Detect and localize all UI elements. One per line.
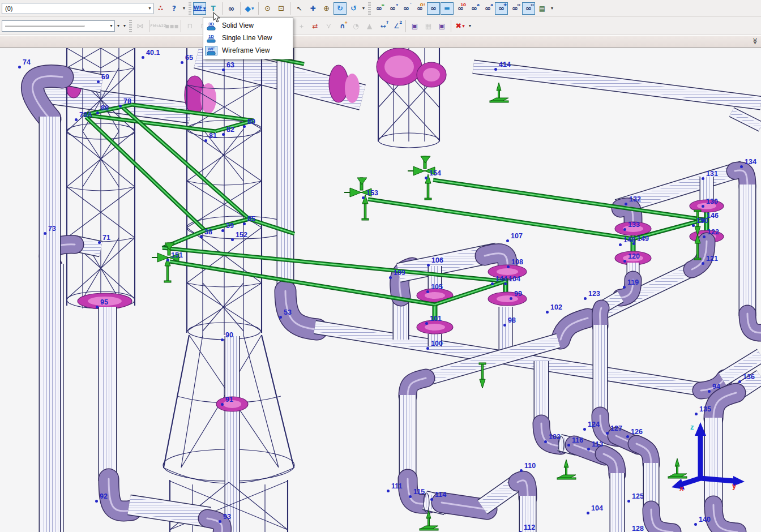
node-point[interactable] <box>503 324 506 327</box>
node-point[interactable] <box>119 105 122 108</box>
node-point[interactable] <box>427 264 430 267</box>
node-point[interactable] <box>625 203 627 205</box>
node-point[interactable] <box>623 260 626 263</box>
match-lines-tool[interactable]: ▪▪▪ <box>165 20 178 32</box>
menu-item-wireframe-view[interactable]: WFWireframe View <box>203 44 293 57</box>
view-single-line-toggle[interactable]: ▬ <box>441 2 454 15</box>
toolbar-dropdown-caret[interactable]: ▼ <box>122 20 127 32</box>
zoom-window-tool[interactable]: ⊙ <box>261 2 274 15</box>
solid-model-tool[interactable]: ◆▼ <box>243 2 256 15</box>
node-point[interactable] <box>491 282 494 285</box>
node-point[interactable] <box>279 316 282 319</box>
button-caret-icon[interactable]: ▼ <box>203 7 206 10</box>
menu-item-single-line-view[interactable]: 1DSingle Line View <box>203 32 293 44</box>
orbit-free-tool[interactable]: ↺ <box>347 2 360 15</box>
node-point[interactable] <box>702 177 704 180</box>
node-point[interactable] <box>494 68 497 71</box>
structure-tool[interactable]: ∴ <box>154 2 167 15</box>
copy-special-tool[interactable]: ▣ <box>408 20 421 32</box>
node-point[interactable] <box>627 500 630 503</box>
node-point[interactable] <box>362 196 365 199</box>
toolbar-dropdown-caret[interactable]: ▼ <box>181 2 187 15</box>
node-point[interactable] <box>692 224 695 227</box>
node-point[interactable] <box>387 490 390 492</box>
view-filter-all[interactable]: ∞ <box>427 2 440 15</box>
node-point[interactable] <box>425 177 427 179</box>
remove-vertex-tool[interactable]: ＋ <box>295 20 308 32</box>
node-point[interactable] <box>425 322 428 325</box>
delete-tool[interactable]: ✖▼ <box>454 20 467 32</box>
node-point[interactable] <box>142 56 144 59</box>
drawing-viewport[interactable] <box>0 48 761 532</box>
orbit-tool[interactable]: ↻ <box>334 2 347 15</box>
node-point[interactable] <box>619 243 622 246</box>
node-point[interactable] <box>703 235 706 238</box>
insert-loop-tool[interactable]: ∩+ <box>336 20 349 32</box>
button-caret-icon[interactable]: ▼ <box>462 24 465 28</box>
node-point[interactable] <box>96 111 99 114</box>
find-tool[interactable]: ∞ <box>225 2 238 15</box>
node-point[interactable] <box>695 413 698 415</box>
chevron-down-icon[interactable]: ▼ <box>107 24 113 28</box>
toolbar-dropdown-caret[interactable]: ▼ <box>467 20 473 32</box>
toolbar-grip[interactable] <box>189 2 191 15</box>
view-annotation-a2[interactable]: ∞a <box>481 2 494 15</box>
node-point[interactable] <box>98 241 101 244</box>
view-annotation-a[interactable]: ∞a <box>468 2 481 15</box>
view-filter-piping[interactable]: ∞≈ <box>373 2 386 15</box>
view-filter-insulation[interactable]: ∞▾ <box>386 2 399 15</box>
node-point[interactable] <box>243 222 246 225</box>
node-point[interactable] <box>426 347 429 350</box>
node-point[interactable] <box>504 282 507 285</box>
node-point[interactable] <box>426 290 429 293</box>
view-mode-wireframe-button[interactable]: WF▼ <box>193 2 206 15</box>
branch-tool[interactable]: ⋎ <box>322 20 335 32</box>
node-point[interactable] <box>221 403 224 406</box>
array-copy-tool[interactable]: ▦ <box>422 20 435 32</box>
rotate-component-tool[interactable]: ◔ <box>349 20 362 32</box>
layer-selector[interactable]: (0)▼ <box>2 3 153 14</box>
node-point[interactable] <box>544 440 547 443</box>
node-point[interactable] <box>221 229 224 232</box>
node-point[interactable] <box>204 139 207 142</box>
node-point[interactable] <box>623 286 626 289</box>
node-point[interactable] <box>222 68 225 71</box>
node-point[interactable] <box>95 500 98 503</box>
angle-tool[interactable]: ∠2 <box>390 20 403 32</box>
paste-special-tool[interactable]: ▣ <box>435 20 448 32</box>
node-point[interactable] <box>587 448 590 451</box>
view-node-numbers[interactable]: ∞✚ <box>495 2 508 15</box>
mirror-tool[interactable]: ⋈ <box>134 20 147 32</box>
view-filter-flags[interactable]: ∞O! <box>413 2 426 15</box>
view-dimensions-solid[interactable]: ∞↔ <box>522 2 535 15</box>
view-filter-topworks[interactable]: ∞¯ <box>400 2 413 15</box>
node-point[interactable] <box>546 311 549 314</box>
toolbar-overflow-chevron-icon[interactable]: ≫ <box>752 38 759 45</box>
view-dimensions[interactable]: ∞↔ <box>508 2 521 15</box>
node-point[interactable] <box>430 498 433 501</box>
toolbar-dropdown-caret[interactable]: ▼ <box>361 2 366 15</box>
node-point[interactable] <box>389 276 392 279</box>
node-point[interactable] <box>567 444 570 447</box>
chevron-down-icon[interactable]: ▼ <box>146 6 152 10</box>
toolbar-grip[interactable] <box>368 2 371 15</box>
node-point[interactable] <box>409 495 412 498</box>
node-point[interactable] <box>702 262 704 265</box>
mirror-component-tool[interactable]: ▲ <box>363 20 376 32</box>
format-match-tool[interactable]: FMtA2Z <box>152 20 165 32</box>
node-point[interactable] <box>75 118 78 121</box>
view-size-numbers[interactable]: ∞10 <box>454 2 467 15</box>
node-point[interactable] <box>219 520 221 523</box>
toolbar-dropdown-caret[interactable]: ▼ <box>549 2 555 15</box>
node-point[interactable] <box>606 432 609 435</box>
node-point[interactable] <box>626 435 629 438</box>
node-point[interactable] <box>97 80 100 83</box>
clamp-a-tool[interactable]: ⊓ <box>183 20 196 32</box>
node-point[interactable] <box>166 259 169 261</box>
node-point[interactable] <box>221 338 224 341</box>
node-point[interactable] <box>222 133 225 136</box>
reverse-flow-tool[interactable]: ⇄ <box>309 20 322 32</box>
zoom-extents-tool[interactable]: ⊡ <box>275 2 288 15</box>
measure-tool[interactable]: ↔? <box>377 20 390 32</box>
orbit-help-tool[interactable]: ? <box>168 2 181 15</box>
